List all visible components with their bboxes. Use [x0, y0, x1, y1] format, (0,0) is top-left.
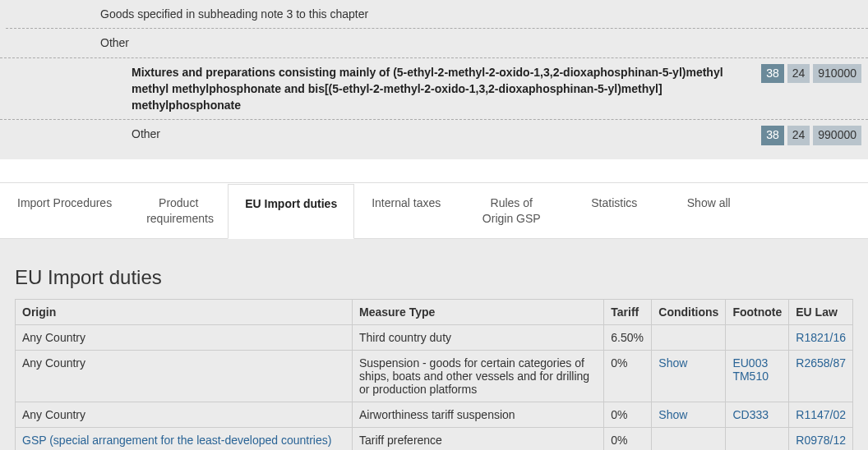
tab-bar: Import Procedures Product requirements E…: [0, 182, 868, 261]
tab-import-procedures[interactable]: Import Procedures: [0, 183, 129, 238]
cell-origin: GSP (special arrangement for the least-d…: [16, 427, 353, 450]
tree-row[interactable]: Other 38 24 990000: [0, 119, 868, 151]
code-sub: 990000: [813, 126, 861, 145]
col-tariff: Tariff: [604, 299, 652, 324]
law-link[interactable]: R1821/16: [796, 331, 846, 344]
col-origin: Origin: [16, 299, 353, 324]
tree-desc: Goods specified in subheading note 3 to …: [100, 6, 861, 22]
cell-origin: Any Country: [16, 402, 353, 427]
commodity-code: 38 24 910000: [761, 64, 861, 84]
table-row: Any Country Suspension - goods for certa…: [16, 350, 853, 402]
cell-tariff: 6.50%: [604, 324, 652, 350]
cell-law: R1147/02: [789, 402, 853, 427]
tab-rules-of-origin-gsp[interactable]: Rules of Origin GSP: [458, 183, 565, 238]
duties-table: Origin Measure Type Tariff Conditions Fo…: [15, 299, 853, 450]
code-chapter: 38: [761, 126, 784, 145]
col-measure-type: Measure Type: [353, 299, 604, 324]
cell-measure: Airworthiness tariff suspension: [353, 402, 604, 427]
tree-row: Other: [6, 28, 868, 57]
code-heading: 24: [787, 64, 810, 84]
cell-footnote: EU003 TM510: [726, 350, 789, 402]
code-chapter: 38: [761, 64, 784, 84]
tab-content: EU Import duties Origin Measure Type Tar…: [0, 261, 868, 450]
cell-tariff: 0%: [604, 350, 652, 402]
tab-product-requirements[interactable]: Product requirements: [129, 183, 228, 238]
law-link[interactable]: R0978/12: [796, 434, 846, 447]
tree-row: Goods specified in subheading note 3 to …: [0, 0, 868, 28]
conditions-link[interactable]: Show: [658, 356, 687, 370]
cell-measure: Tariff preference: [353, 427, 604, 450]
footnote-link[interactable]: EU003: [732, 356, 768, 370]
tree-desc: Other: [132, 126, 761, 142]
code-sub: 910000: [813, 64, 861, 84]
cell-conditions: [652, 324, 726, 350]
cell-conditions: [652, 427, 726, 450]
cell-conditions: Show: [652, 350, 726, 402]
tab-show-all[interactable]: Show all: [663, 183, 754, 238]
cell-conditions: Show: [652, 402, 726, 427]
table-header-row: Origin Measure Type Tariff Conditions Fo…: [16, 299, 853, 324]
cell-tariff: 0%: [604, 402, 652, 427]
cell-footnote: CD333: [726, 402, 789, 427]
footnote-link[interactable]: CD333: [732, 408, 769, 421]
tree-desc: Mixtures and preparations consisting mai…: [132, 64, 761, 114]
cell-law: R2658/87: [789, 350, 853, 402]
col-footnote: Footnote: [726, 299, 789, 324]
cell-origin: Any Country: [16, 324, 353, 350]
tree-desc: Other: [100, 34, 861, 51]
cell-footnote: [726, 427, 789, 450]
table-row: GSP (special arrangement for the least-d…: [16, 427, 853, 450]
code-heading: 24: [787, 126, 810, 145]
origin-link[interactable]: GSP (special arrangement for the least-d…: [22, 434, 331, 447]
cell-law: R1821/16: [789, 324, 853, 350]
tree-row-selected[interactable]: Mixtures and preparations consisting mai…: [0, 57, 868, 120]
table-row: Any Country Third country duty 6.50% R18…: [16, 324, 853, 350]
col-eu-law: EU Law: [789, 299, 853, 324]
section-title: EU Import duties: [15, 261, 853, 289]
cell-measure: Suspension - goods for certain categorie…: [353, 350, 604, 402]
tab-internal-taxes[interactable]: Internal taxes: [354, 183, 458, 238]
commodity-code: 38 24 990000: [761, 126, 861, 145]
tab-statistics[interactable]: Statistics: [565, 183, 663, 238]
tab-eu-import-duties[interactable]: EU Import duties: [228, 184, 354, 239]
law-link[interactable]: R2658/87: [796, 356, 846, 370]
cell-origin: Any Country: [16, 350, 353, 402]
cell-measure: Third country duty: [353, 324, 604, 350]
cell-law: R0978/12: [789, 427, 853, 450]
conditions-link[interactable]: Show: [658, 408, 687, 421]
col-conditions: Conditions: [652, 299, 726, 324]
cell-tariff: 0%: [604, 427, 652, 450]
classification-tree: Goods specified in subheading note 3 to …: [0, 0, 868, 159]
footnote-link[interactable]: TM510: [732, 370, 769, 383]
cell-footnote: [726, 324, 789, 350]
law-link[interactable]: R1147/02: [796, 408, 846, 421]
table-row: Any Country Airworthiness tariff suspens…: [16, 402, 853, 427]
